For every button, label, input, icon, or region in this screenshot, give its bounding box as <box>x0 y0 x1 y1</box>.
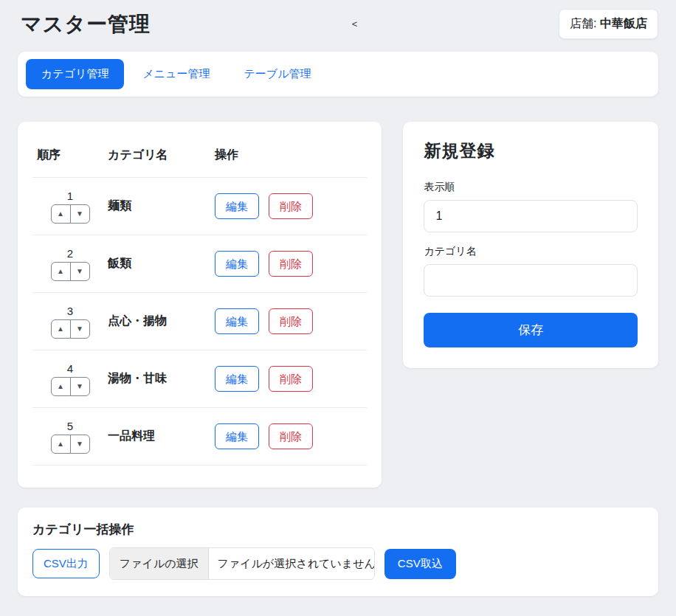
table-row: 3 ▲ ▼ 点心・揚物 編集 削除 <box>32 293 367 350</box>
arrow-up-icon: ▲ <box>57 440 64 448</box>
csv-export-button[interactable]: CSV出力 <box>32 549 100 578</box>
order-cell: 2 ▲ ▼ <box>32 247 108 281</box>
category-name: 湯物・甘味 <box>108 371 215 387</box>
move-up-button[interactable]: ▲ <box>51 262 71 281</box>
bulk-operations-title: カテゴリ一括操作 <box>32 521 644 538</box>
category-name: 飯類 <box>108 256 215 271</box>
move-up-button[interactable]: ▲ <box>51 204 71 224</box>
edit-button[interactable]: 編集 <box>215 193 259 220</box>
app-header: マスター管理 < 店舗: 中華飯店 <box>0 0 676 39</box>
arrow-up-icon: ▲ <box>57 325 64 333</box>
order-cell: 5 ▲ ▼ <box>32 420 108 454</box>
reorder-control: ▲ ▼ <box>51 319 90 339</box>
operations-cell: 編集 削除 <box>215 308 367 335</box>
store-name: 中華飯店 <box>600 17 647 30</box>
file-select-button[interactable]: ファイルの選択 <box>110 548 209 579</box>
tab-category-management[interactable]: カテゴリ管理 <box>26 59 124 89</box>
operations-cell: 編集 削除 <box>215 251 367 277</box>
order-number: 5 <box>67 420 73 432</box>
table-row: 2 ▲ ▼ 飯類 編集 削除 <box>32 235 367 293</box>
tab-bar: カテゴリ管理 メニュー管理 テーブル管理 <box>18 52 658 97</box>
form-title: 新規登録 <box>424 139 638 162</box>
category-name-label: カテゴリ名 <box>424 245 638 258</box>
order-number: 3 <box>67 305 73 317</box>
file-input[interactable]: ファイルの選択 ファイルが選択されていません <box>109 547 375 580</box>
arrow-down-icon: ▼ <box>76 210 83 218</box>
collapse-chevron[interactable]: < <box>151 18 559 30</box>
delete-button[interactable]: 削除 <box>269 308 313 335</box>
reorder-control: ▲ ▼ <box>51 435 90 454</box>
operations-cell: 編集 削除 <box>215 423 367 450</box>
category-table: 順序 カテゴリ名 操作 1 ▲ ▼ 麺類 編集 削除 2 <box>32 136 367 466</box>
bulk-operations-card: カテゴリ一括操作 CSV出力 ファイルの選択 ファイルが選択されていません CS… <box>18 508 658 596</box>
arrow-down-icon: ▼ <box>76 440 83 448</box>
table-row: 5 ▲ ▼ 一品料理 編集 削除 <box>32 408 367 466</box>
arrow-down-icon: ▼ <box>76 268 83 275</box>
edit-button[interactable]: 編集 <box>215 308 259 335</box>
arrow-down-icon: ▼ <box>76 325 83 333</box>
reorder-control: ▲ ▼ <box>51 204 90 224</box>
move-down-button[interactable]: ▼ <box>70 377 90 396</box>
edit-button[interactable]: 編集 <box>215 366 259 392</box>
move-down-button[interactable]: ▼ <box>70 319 90 339</box>
order-number: 1 <box>67 190 73 202</box>
table-row: 1 ▲ ▼ 麺類 編集 削除 <box>32 178 367 235</box>
operations-cell: 編集 削除 <box>215 366 367 392</box>
save-button[interactable]: 保存 <box>424 313 638 347</box>
header-operations: 操作 <box>215 148 367 163</box>
store-label: 店舗: <box>570 17 596 30</box>
tab-table-management[interactable]: テーブル管理 <box>228 59 326 89</box>
edit-button[interactable]: 編集 <box>215 251 259 277</box>
arrow-up-icon: ▲ <box>57 268 64 275</box>
delete-button[interactable]: 削除 <box>269 251 313 277</box>
main-content: 順序 カテゴリ名 操作 1 ▲ ▼ 麺類 編集 削除 2 <box>18 122 658 488</box>
move-down-button[interactable]: ▼ <box>70 435 90 454</box>
delete-button[interactable]: 削除 <box>269 366 313 392</box>
store-chip: 店舗: 中華飯店 <box>559 9 658 39</box>
operations-cell: 編集 削除 <box>215 193 367 220</box>
order-cell: 4 ▲ ▼ <box>32 362 108 396</box>
page-title: マスター管理 <box>21 10 151 39</box>
header-category-name: カテゴリ名 <box>108 148 215 163</box>
move-down-button[interactable]: ▼ <box>70 204 90 224</box>
csv-import-button[interactable]: CSV取込 <box>384 549 456 579</box>
move-up-button[interactable]: ▲ <box>51 319 71 339</box>
order-cell: 3 ▲ ▼ <box>32 305 108 339</box>
category-list-card: 順序 カテゴリ名 操作 1 ▲ ▼ 麺類 編集 削除 2 <box>18 122 382 488</box>
tab-menu-management[interactable]: メニュー管理 <box>127 59 225 89</box>
table-row: 4 ▲ ▼ 湯物・甘味 編集 削除 <box>32 350 367 408</box>
arrow-up-icon: ▲ <box>57 210 64 218</box>
new-registration-card: 新規登録 表示順 カテゴリ名 保存 <box>403 122 658 368</box>
category-table-header: 順序 カテゴリ名 操作 <box>32 136 367 178</box>
delete-button[interactable]: 削除 <box>269 193 313 220</box>
category-name-input[interactable] <box>424 264 638 297</box>
order-number: 2 <box>67 247 73 260</box>
file-status-text: ファイルが選択されていません <box>209 557 375 571</box>
delete-button[interactable]: 削除 <box>269 423 313 450</box>
move-up-button[interactable]: ▲ <box>51 435 71 454</box>
edit-button[interactable]: 編集 <box>215 423 259 450</box>
display-order-label: 表示順 <box>424 181 638 194</box>
arrow-up-icon: ▲ <box>57 383 64 390</box>
reorder-control: ▲ ▼ <box>51 262 90 281</box>
move-down-button[interactable]: ▼ <box>70 262 90 281</box>
arrow-down-icon: ▼ <box>76 383 83 390</box>
header-order: 順序 <box>32 148 108 163</box>
category-name: 一品料理 <box>108 429 215 444</box>
category-name: 麺類 <box>108 198 215 214</box>
move-up-button[interactable]: ▲ <box>51 377 71 396</box>
order-cell: 1 ▲ ▼ <box>32 190 108 224</box>
order-number: 4 <box>67 362 73 375</box>
category-rows: 1 ▲ ▼ 麺類 編集 削除 2 ▲ ▼ <box>32 178 367 466</box>
display-order-input[interactable] <box>424 200 638 232</box>
category-name: 点心・揚物 <box>108 314 215 329</box>
reorder-control: ▲ ▼ <box>51 377 90 396</box>
bulk-controls: CSV出力 ファイルの選択 ファイルが選択されていません CSV取込 <box>32 547 644 580</box>
